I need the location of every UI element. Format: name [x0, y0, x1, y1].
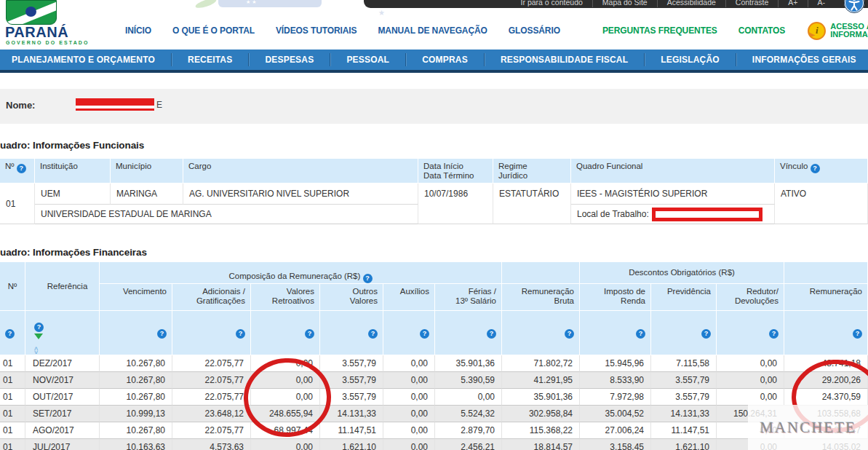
nav-item-compras[interactable]: COMPRAS — [422, 55, 468, 65]
cell-redutor: 0,00 — [717, 372, 784, 389]
cell-outros: 3.557,79 — [320, 355, 383, 372]
cell-retroativos: 0,00 — [251, 372, 320, 389]
accessibility-person-icon[interactable] — [844, 0, 864, 16]
financial-row: 01DEZ/201710.267,8022.075,770,003.557,79… — [0, 355, 868, 372]
name-bar: Nome: E — [0, 89, 868, 124]
nav-item-legislacao[interactable]: LEGISLAÇÃO — [661, 55, 720, 65]
financial-row: 01OUT/201710.267,8022.075,770,003.557,79… — [0, 389, 868, 406]
col-header-redutor-devolucoes: Redutor/ Devoluções — [717, 284, 784, 311]
cell-ferias: 2.456,21 — [435, 439, 502, 450]
cell-vencimento: 10.267,80 — [100, 372, 172, 389]
col-header-imposto-de-renda: Imposto de Renda — [580, 284, 651, 311]
help-cell — [320, 311, 383, 355]
help-icon[interactable] — [157, 329, 167, 339]
cell-num: 01 — [0, 355, 25, 372]
menu-item-inicio[interactable]: INÍCIO — [125, 25, 151, 36]
cell-local-de-trabalho: Local de Trabalho: — [571, 205, 775, 224]
cell-bruta: 115.368,22 — [502, 422, 580, 439]
cell-previdencia: 3.557,79 — [651, 372, 717, 389]
cell-vencimento: 10.267,80 — [100, 355, 172, 372]
cell-auxilios: 0,00 — [383, 406, 435, 422]
help-icon[interactable] — [363, 274, 373, 283]
cell-num: 01 — [0, 372, 25, 389]
topbar-link-accessibility[interactable]: Acessibilidade — [658, 0, 726, 7]
col-header-vinculo: Vínculo — [775, 159, 868, 183]
functional-table: Nº Instituição Município Cargo Data Iníc… — [0, 159, 868, 224]
cell-retroativos: 248.655,94 — [251, 406, 320, 422]
cell-num: 01 — [0, 406, 25, 422]
help-icon[interactable] — [420, 329, 429, 339]
menu-item-contatos[interactable]: CONTATOS — [738, 25, 786, 36]
group-header-composicao: Composição da Remuneração (R$) — [100, 262, 502, 284]
help-icon[interactable] — [487, 329, 496, 339]
help-icon[interactable] — [636, 329, 645, 339]
help-icon[interactable] — [853, 329, 862, 339]
name-redaction — [76, 98, 154, 111]
parana-flag-icon — [6, 0, 57, 25]
cell-data-inicio: 10/07/1986 — [418, 183, 493, 224]
cell-regime: ESTATUTÁRIO — [493, 183, 571, 224]
tools-cell-referencia: ˄˅ — [25, 311, 100, 355]
help-icon[interactable] — [769, 329, 779, 339]
topbar-link-contrast[interactable]: Contraste — [726, 0, 779, 7]
help-icon[interactable] — [565, 329, 574, 339]
help-icon[interactable] — [236, 329, 245, 339]
menu-item-glossario[interactable]: GLOSSÁRIO — [509, 25, 560, 36]
topbar-link-font-decrease[interactable]: A- — [808, 0, 835, 7]
cell-imposto: 27.006,24 — [580, 422, 651, 439]
nav-item-informacoes-gerais[interactable]: INFORMAÇÕES GERAIS — [752, 55, 856, 65]
cell-referencia: OUT/2017 — [25, 389, 100, 406]
nav-item-planejamento[interactable]: PLANEJAMENTO E ORÇAMENTO — [12, 55, 155, 65]
topbar-link-skip-to-content[interactable]: Ir para o conteúdo — [511, 0, 593, 7]
cell-imposto: 3.158,45 — [580, 439, 651, 450]
help-icon[interactable] — [811, 164, 820, 173]
menu-item-perguntas-frequentes[interactable]: PERGUNTAS FREQUENTES — [602, 25, 717, 36]
help-icon[interactable] — [305, 329, 314, 339]
nav-item-receitas[interactable]: RECEITAS — [188, 55, 232, 65]
cell-bruta: 71.802,72 — [502, 355, 580, 372]
financial-row: 01JUL/201710.163,634.573,630,001.621,100… — [0, 439, 868, 450]
cell-ferias: 35.901,36 — [435, 355, 502, 372]
col-header-municipio: Município — [111, 159, 183, 183]
menu-item-o-que-e-o-portal[interactable]: O QUE É O PORTAL — [172, 25, 255, 36]
col-header-quadro-funcional: Quadro Funcional — [571, 159, 775, 183]
help-icon[interactable] — [368, 329, 378, 339]
workplace-redaction — [652, 208, 763, 221]
filter-icon[interactable] — [34, 333, 43, 344]
cell-num: 01 — [0, 422, 25, 439]
help-cell — [383, 311, 435, 355]
cell-cargo: AG. UNIVERSITARIO NIVEL SUPERIOR — [183, 183, 418, 205]
help-icon[interactable] — [34, 323, 44, 332]
cell-vencimento: 10.267,80 — [100, 422, 172, 439]
cell-outros: 3.557,79 — [320, 372, 383, 389]
menu-item-videos-tutoriais[interactable]: VÍDEOS TUTORIAIS — [276, 25, 357, 36]
topbar-link-sitemap[interactable]: Mapa do Site — [593, 0, 658, 7]
help-icon[interactable] — [5, 329, 15, 339]
menu-item-acesso-a-informacao[interactable]: ACESSO À INFORMAÇÃO — [808, 22, 868, 40]
cell-adicionais: 22.075,77 — [172, 389, 251, 406]
nav-item-pessoal[interactable]: PESSOAL — [346, 55, 389, 65]
sort-icon[interactable]: ˄˅ — [34, 347, 38, 355]
nav-item-responsabilidade-fiscal[interactable]: RESPONSABILIDADE FISCAL — [501, 55, 628, 65]
star-art-icon: ★ — [378, 9, 385, 17]
info-bubble-icon — [808, 22, 826, 40]
col-header-referencia: Referência — [25, 262, 100, 311]
menu-item-manual-de-navegacao[interactable]: MANUAL DE NAVEGAÇÃO — [378, 25, 487, 36]
col-header-previdencia: Previdência — [651, 284, 717, 311]
cell-referencia: NOV/2017 — [25, 372, 100, 389]
financial-table: Nº Referência Composição da Remuneração … — [0, 262, 868, 450]
functional-section-title: uadro: Informações Funcionais — [0, 140, 144, 151]
cell-adicionais: 22.075,77 — [172, 355, 251, 372]
flag-art-icon — [218, 0, 322, 7]
topbar-link-font-increase[interactable]: A+ — [779, 0, 808, 7]
logo-subtitle: GOVERNO DO ESTADO — [6, 40, 89, 45]
access-label: ACESSO À INFORMAÇÃO — [830, 23, 868, 39]
col-header-vencimento: Vencimento — [100, 284, 172, 311]
cell-adicionais: 4.573,63 — [172, 439, 251, 450]
nav-item-despesas[interactable]: DESPESAS — [265, 55, 314, 65]
col-header-remuneracao-bruta: Remuneração Bruta — [502, 284, 580, 311]
help-icon[interactable] — [17, 164, 26, 173]
parana-logo[interactable]: PARANÁ GOVERNO DO ESTADO — [4, 0, 121, 52]
functional-row: 01 UEM MARINGA AG. UNIVERSITARIO NIVEL S… — [0, 183, 868, 205]
help-icon[interactable] — [701, 329, 711, 339]
